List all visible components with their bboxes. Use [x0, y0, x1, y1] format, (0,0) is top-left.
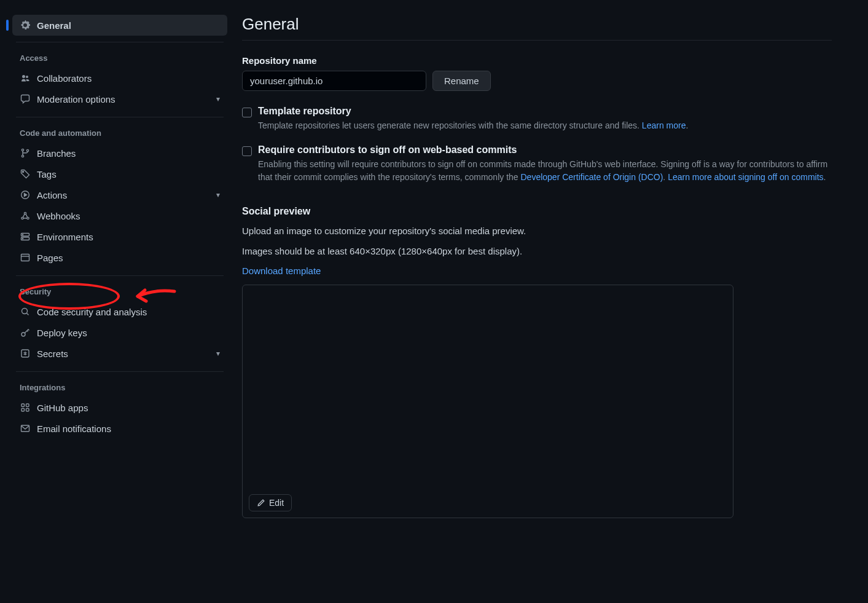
template-repo-title: Template repository — [258, 106, 688, 117]
chevron-down-icon: ▾ — [216, 349, 220, 358]
svg-point-10 — [22, 234, 23, 235]
sidebar-label: General — [37, 20, 220, 31]
edit-label: Edit — [269, 498, 284, 508]
social-preview-desc1: Upload an image to customize your reposi… — [242, 224, 832, 238]
dco-link[interactable]: Developer Certificate of Origin (DCO) — [520, 172, 663, 182]
social-preview-box: Edit — [242, 285, 733, 518]
sidebar-heading-security: Security — [12, 282, 227, 301]
svg-point-2 — [26, 149, 28, 151]
sidebar-heading-code: Code and automation — [12, 124, 227, 143]
sidebar-label: GitHub apps — [37, 403, 220, 413]
sidebar-label: Moderation options — [37, 94, 210, 104]
svg-point-0 — [22, 149, 23, 151]
sidebar-heading-integrations: Integrations — [12, 378, 227, 397]
svg-rect-18 — [22, 409, 25, 412]
sidebar-label: Pages — [37, 253, 220, 263]
browser-icon — [20, 252, 31, 263]
sidebar-label: Collaborators — [37, 73, 220, 84]
template-repo-checkbox[interactable] — [242, 108, 252, 117]
sidebar-item-actions[interactable]: Actions ▾ — [12, 184, 227, 205]
tag-icon — [20, 168, 31, 179]
apps-icon — [20, 402, 31, 413]
sidebar-label: Code security and analysis — [37, 307, 220, 317]
svg-rect-16 — [22, 404, 25, 407]
sidebar-label: Webhooks — [37, 211, 220, 221]
signoff-learn-more-link[interactable]: Learn more about signing off on commits — [668, 172, 823, 182]
sidebar-item-branches[interactable]: Branches — [12, 143, 227, 164]
svg-point-3 — [23, 171, 24, 173]
svg-point-6 — [22, 217, 23, 219]
page-title: General — [242, 15, 832, 41]
svg-point-14 — [22, 333, 25, 336]
play-circle-icon — [20, 189, 31, 200]
sidebar-item-github-apps[interactable]: GitHub apps — [12, 397, 227, 418]
mail-icon — [20, 423, 31, 434]
rename-button[interactable]: Rename — [432, 71, 491, 91]
signoff-title: Require contributors to sign off on web-… — [258, 144, 832, 156]
sidebar-item-environments[interactable]: Environments — [12, 226, 227, 247]
repo-name-label: Repository name — [242, 55, 832, 66]
people-icon — [20, 73, 31, 84]
scan-icon — [20, 306, 31, 317]
sidebar-label: Email notifications — [37, 424, 220, 434]
server-icon — [20, 231, 31, 242]
sidebar-label: Secrets — [37, 349, 210, 359]
asterisk-icon — [20, 348, 31, 359]
download-template-link[interactable]: Download template — [242, 266, 321, 276]
divider — [16, 275, 224, 276]
svg-point-5 — [24, 212, 26, 214]
sidebar-label: Branches — [37, 148, 220, 159]
settings-sidebar: General Access Collaborators Moderation … — [12, 15, 227, 518]
social-preview-title: Social preview — [242, 206, 832, 217]
divider — [16, 371, 224, 372]
sidebar-label: Deploy keys — [37, 328, 220, 338]
sidebar-item-pages[interactable]: Pages — [12, 247, 227, 268]
template-learn-more-link[interactable]: Learn more — [642, 120, 686, 130]
svg-rect-19 — [26, 409, 29, 412]
sidebar-label: Environments — [37, 232, 220, 242]
svg-rect-17 — [26, 404, 29, 407]
pencil-icon — [257, 499, 265, 507]
template-repo-desc: Template repositories let users generate… — [258, 119, 688, 132]
sidebar-label: Tags — [37, 169, 220, 179]
social-preview-desc2: Images should be at least 640×320px (128… — [242, 245, 832, 259]
sidebar-item-secrets[interactable]: Secrets ▾ — [12, 343, 227, 364]
sidebar-item-deploy-keys[interactable]: Deploy keys — [12, 322, 227, 343]
key-icon — [20, 327, 31, 338]
sidebar-item-webhooks[interactable]: Webhooks — [12, 205, 227, 226]
svg-point-13 — [22, 309, 28, 314]
chevron-down-icon: ▾ — [216, 95, 220, 103]
branch-icon — [20, 148, 31, 159]
sidebar-label: Actions — [37, 190, 210, 200]
sidebar-item-collaborators[interactable]: Collaborators — [12, 68, 227, 89]
sidebar-heading-access: Access — [12, 49, 227, 68]
svg-rect-12 — [22, 254, 29, 261]
svg-point-11 — [22, 238, 23, 239]
signoff-checkbox[interactable] — [242, 146, 252, 156]
svg-point-7 — [27, 217, 29, 219]
divider — [16, 42, 224, 42]
sidebar-item-moderation[interactable]: Moderation options ▾ — [12, 89, 227, 109]
sidebar-item-general[interactable]: General — [12, 15, 227, 36]
signoff-desc: Enabling this setting will require contr… — [258, 158, 832, 184]
sidebar-item-tags[interactable]: Tags — [12, 164, 227, 184]
chevron-down-icon: ▾ — [216, 191, 220, 199]
edit-preview-button[interactable]: Edit — [249, 494, 292, 511]
gear-icon — [20, 20, 31, 31]
svg-point-1 — [22, 155, 23, 157]
settings-main: General Repository name Rename Template … — [242, 15, 832, 518]
sidebar-item-code-security[interactable]: Code security and analysis — [12, 301, 227, 322]
sidebar-item-email-notifications[interactable]: Email notifications — [12, 418, 227, 439]
comment-icon — [20, 93, 31, 104]
divider — [16, 117, 224, 117]
webhook-icon — [20, 210, 31, 221]
repo-name-input[interactable] — [242, 71, 426, 91]
